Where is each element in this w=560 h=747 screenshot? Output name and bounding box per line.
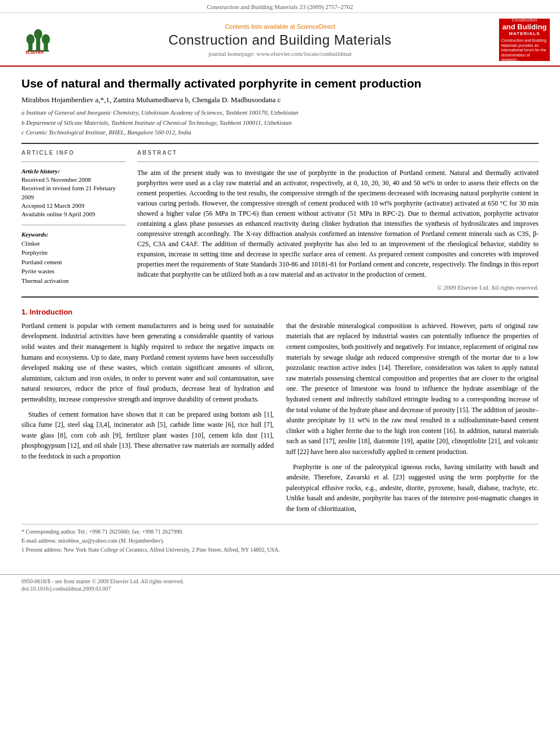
affiliation-a: a Institute of General and Inorganic Che…: [21, 108, 539, 117]
footnote-star: * Corresponding author. Tel.: +998 71 26…: [21, 528, 539, 536]
body-para-3: that the desirable mineralogical composi…: [286, 321, 539, 457]
article-title: Use of natural and thermally activated p…: [21, 76, 539, 91]
logo-sub-text: MATERIALS: [509, 31, 540, 36]
copyright-notice: © 2009 Elsevier Ltd. All rights reserved…: [137, 284, 539, 291]
body-col-left: Portland cement is popular with cement m…: [21, 321, 274, 519]
journal-header-center: Contents lists available at ScienceDirec…: [72, 23, 488, 57]
journal-title: Construction and Building Materials: [72, 32, 488, 48]
body-para-4: Porphyrite is one of the paleotypical ig…: [286, 462, 539, 514]
available-date: Available online 9 April 2009: [21, 210, 126, 219]
accepted-date: Accepted 12 March 2009: [21, 202, 126, 210]
author-list: Mirabbos Hojamberdiev a,*,1, Zamira Muha…: [21, 95, 281, 104]
footnote-section: * Corresponding author. Tel.: +998 71 26…: [21, 524, 539, 554]
divider-info: [21, 161, 126, 162]
logo-description: Construction and Building Materials prov…: [501, 38, 548, 62]
received-date: Received 5 November 2008: [21, 176, 126, 184]
affiliations: a Institute of General and Inorganic Che…: [21, 108, 539, 137]
logo-top-text: Construction: [512, 18, 537, 23]
journal-homepage: journal homepage: www.elsevier.com/locat…: [72, 50, 488, 57]
sciencedirect-link: Contents lists available at ScienceDirec…: [72, 23, 488, 30]
divider-body: [21, 296, 539, 298]
divider-keywords: [21, 225, 126, 225]
keyword-1: Clinker: [21, 239, 126, 248]
article-info-column: ARTICLE INFO Article history: Received 5…: [21, 150, 126, 291]
affiliation-c: c Ceramic Technological Institute, BHEL,…: [21, 128, 539, 137]
page-footer: 0950-0618/$ - see front matter © 2009 El…: [0, 574, 560, 596]
article-history-section: Article history: Received 5 November 200…: [21, 168, 126, 219]
keywords-section: Keywords: Clinker Porphyrite Portland ce…: [21, 231, 126, 286]
keyword-5: Thermal activation: [21, 276, 126, 286]
keywords-list: Clinker Porphyrite Portland cement Pyrit…: [21, 239, 126, 286]
keywords-title: Keywords:: [21, 231, 126, 238]
page: Construction and Building Materials 23 (…: [0, 0, 560, 747]
keyword-3: Portland cement: [21, 257, 126, 267]
footnote-1: 1 Present address: New York State Colleg…: [21, 546, 539, 554]
footer-license: 0950-0618/$ - see front matter © 2009 El…: [21, 578, 539, 584]
svg-point-3: [34, 29, 42, 39]
journal-logo-area: Construction and Building MATERIALS Cons…: [488, 19, 550, 61]
elsevier-tree-icon: ELSEVIER: [21, 26, 61, 54]
authors: Mirabbos Hojamberdiev a,*,1, Zamira Muha…: [21, 95, 539, 104]
main-content: Use of natural and thermally activated p…: [0, 67, 560, 564]
keyword-4: Pyrite wastes: [21, 267, 126, 276]
footer-doi: doi:10.1016/j.conbuildmat.2009.03.007: [21, 586, 539, 592]
logo-mid-text: and Building: [502, 23, 547, 32]
footnote-email: E-mail address: mirabbos_uz@yahoo.com (M…: [21, 537, 539, 545]
journal-logo-box: Construction and Building MATERIALS Cons…: [499, 19, 550, 61]
elsevier-logo-area: ELSEVIER: [10, 26, 72, 54]
body-para-2: Studies of cement formation have shown t…: [21, 409, 274, 462]
affiliation-b: b Department of Silicate Materials, Tash…: [21, 118, 539, 128]
article-history-title: Article history:: [21, 168, 126, 174]
keyword-2: Porphyrite: [21, 248, 126, 257]
revised-date: Received in revised form 21 February 200…: [21, 184, 126, 202]
body-two-col: Portland cement is popular with cement m…: [21, 321, 539, 519]
section-1-heading: 1. Introduction: [21, 308, 539, 316]
journal-citation: Construction and Building Materials 23 (…: [0, 0, 560, 13]
elsevier-logo: ELSEVIER: [10, 26, 72, 54]
body-section: 1. Introduction Portland cement is popul…: [21, 308, 539, 519]
body-para-1: Portland cement is popular with cement m…: [21, 321, 274, 405]
svg-point-5: [42, 34, 50, 44]
abstract-column: ABSTRACT The aim of the present study wa…: [137, 150, 539, 291]
article-info-title: ARTICLE INFO: [21, 150, 126, 156]
abstract-text: The aim of the present study was to inve…: [137, 168, 539, 279]
divider-top: [21, 143, 539, 144]
svg-point-1: [27, 34, 35, 44]
divider-abstract: [137, 161, 539, 162]
abstract-title: ABSTRACT: [137, 150, 539, 156]
svg-text:ELSEVIER: ELSEVIER: [26, 50, 44, 54]
info-abstract-section: ARTICLE INFO Article history: Received 5…: [21, 150, 539, 291]
citation-text: Construction and Building Materials 23 (…: [207, 3, 353, 10]
journal-header: ELSEVIER Contents lists available at Sci…: [0, 13, 560, 67]
body-col-right: that the desirable mineralogical composi…: [286, 321, 539, 519]
